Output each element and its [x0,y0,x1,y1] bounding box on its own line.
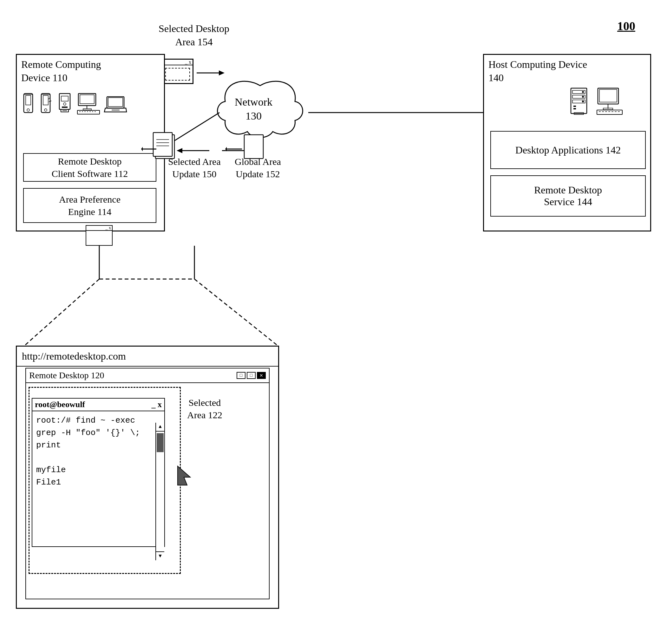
svg-rect-52 [573,105,576,107]
svg-marker-74 [141,147,143,151]
svg-rect-31 [80,95,94,104]
host-computing-device-box: Host Computing Device 140 [483,54,651,231]
svg-rect-75 [244,135,263,159]
terminal-line5: myfile [36,465,66,475]
svg-point-26 [63,103,66,105]
remote-computing-title: Remote Computing Device 110 [21,58,101,84]
terminal-controls: _ x [151,400,162,409]
diagram-container: 100 Selected Desktop Area 154 _ x Remote… [0,0,667,644]
svg-rect-43 [108,98,123,106]
svg-rect-25 [61,96,68,101]
rd-maximize-btn[interactable]: □ [247,372,256,379]
selected-desktop-window-icon: _ x [162,59,194,84]
svg-rect-34 [77,110,100,114]
small-window-close: _ x [185,59,191,65]
svg-rect-19 [43,96,48,105]
remote-desktop-client-label: Remote DesktopClient Software 112 [52,155,128,180]
svg-line-10 [194,279,278,346]
selected-area-update-label: Selected Area Update 150 [168,155,221,180]
host-computing-title: Host Computing Device 140 [488,58,587,84]
server-icon [568,86,593,118]
svg-rect-45 [571,88,587,114]
svg-marker-77 [225,147,227,151]
svg-rect-33 [83,109,91,110]
svg-point-51 [582,100,584,102]
small-window-bottom-titlebar: _ x [86,226,112,231]
global-to-selected-arrow [225,144,243,154]
device-icons-row [21,93,128,115]
terminal-title: root@beowulf [35,400,85,409]
terminal-line3: print [36,441,61,450]
terminal-window: root@beowulf _ x root:/# find ~ -exec gr… [32,398,165,547]
svg-line-8 [24,279,99,346]
svg-rect-18 [41,94,50,113]
svg-rect-57 [599,89,617,102]
scrollbar-down-arrow[interactable]: ▼ [156,551,164,560]
selected-desktop-label: Selected Desktop Area 154 [159,22,229,49]
desktop-applications-label: Desktop Applications 142 [516,144,621,156]
network-label: Network 130 [235,95,273,123]
terminal-line1: root:/# find ~ -exec [36,416,135,425]
remote-desktop-title-bar: Remote Desktop 120 □ □ ✕ [26,368,269,383]
desktop-monitor-icon [77,93,100,115]
remote-desktop-client-box: Remote DesktopClient Software 112 [23,153,156,182]
svg-rect-14 [24,94,33,113]
host-device-icons [568,86,625,118]
area-preference-engine-box: Area PreferenceEngine 114 [23,188,156,223]
svg-point-50 [582,96,584,98]
svg-rect-27 [62,106,68,108]
svg-rect-56 [598,88,618,104]
svg-rect-60 [597,110,622,114]
scrollbar-thumb[interactable] [157,433,164,452]
terminal-line6: File1 [36,478,61,487]
small-window-title-bar: _ x [163,60,193,65]
rd-close-btn[interactable]: ✕ [257,372,266,379]
global-area-update-label: Global Area Update 152 [235,155,281,180]
cursor-arrow [175,463,200,488]
svg-rect-59 [603,108,613,110]
selected-area-arrow [141,144,157,154]
remote-desktop-service-label: Remote DesktopService 144 [534,184,602,208]
scrollbar-up-arrow[interactable]: ▲ [156,423,164,432]
small-window-bottom-controls: _ x [105,226,111,231]
terminal-scrollbar[interactable]: ▲ ▼ [156,423,164,560]
svg-rect-15 [26,96,31,105]
svg-point-49 [582,91,584,93]
terminal-title-bar: root@beowulf _ x [32,399,164,411]
rd-title-controls: □ □ ✕ [237,372,266,379]
small-window-dashed-area [165,68,190,81]
laptop-icon [104,96,128,115]
rd-minimize-btn[interactable]: □ [237,372,245,379]
remote-desktop-service-box: Remote DesktopService 144 [490,175,646,217]
svg-rect-53 [573,108,576,110]
url-bar: http://remotedesktop.com [17,347,278,366]
svg-marker-3 [219,70,225,76]
phone-icon-1 [21,93,35,115]
remote-desktop-120-label: Remote Desktop 120 [29,370,104,380]
desktop-tower-icon [56,93,74,115]
scrollbar-track [156,432,164,551]
host-desktop-icon [596,86,625,118]
area-preference-label: Area PreferenceEngine 114 [59,193,120,218]
svg-point-20 [44,109,47,111]
remote-computing-device-box: Remote Computing Device 110 [16,54,165,231]
svg-point-16 [27,109,30,111]
terminal-body: root:/# find ~ -exec grep -H "foo" '{}' … [32,411,164,492]
terminal-line2: grep -H "foo" '{}' \; [36,428,140,437]
selected-area-122-label: Selected Area 122 [187,396,222,421]
svg-marker-78 [178,466,190,485]
fig-number: 100 [617,19,635,33]
small-window-bottom-icon: _ x [86,225,113,246]
phone-icon-2 [39,93,53,115]
desktop-applications-box: Desktop Applications 142 [490,131,646,169]
